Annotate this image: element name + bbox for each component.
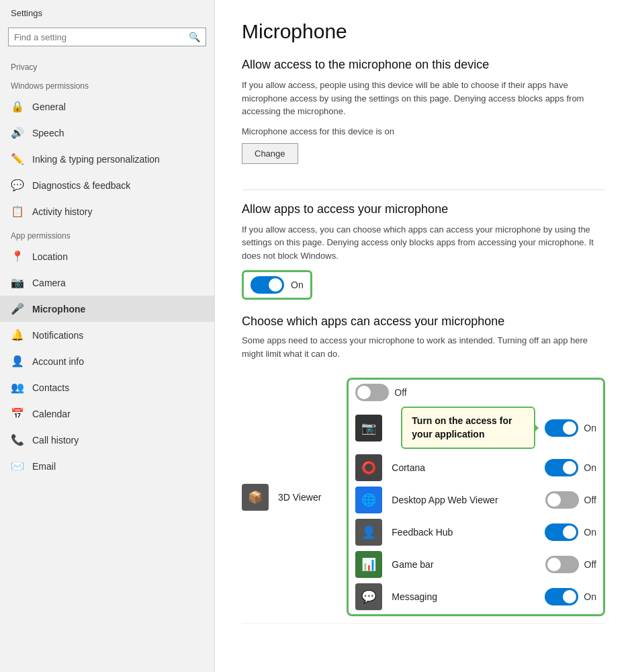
sidebar-item-speech[interactable]: 🔊 Speech: [0, 120, 214, 146]
sidebar-item-label: Call history: [32, 435, 79, 446]
windows-permissions-label: Windows permissions: [0, 75, 214, 93]
toggle-thumb: [563, 421, 576, 435]
app-toggle-label-3dviewer: Off: [394, 387, 406, 398]
app-toggles-highlighted: Off 📷 Turn on the access for your applic…: [347, 378, 605, 616]
app-toggle-label-messaging: On: [584, 591, 596, 602]
app-permissions-label: App permissions: [0, 224, 214, 243]
sidebar-item-location[interactable]: 📍 Location: [0, 243, 214, 269]
3dviewer-icon: 📦: [248, 490, 263, 505]
app-toggle-feedbackhub[interactable]: [545, 523, 578, 541]
inking-icon: ✏️: [11, 153, 24, 165]
app-toggle-desktopwebviewer[interactable]: [545, 491, 579, 509]
sidebar-item-label: Speech: [32, 128, 64, 138]
apps-toggle-highlighted[interactable]: On: [242, 270, 312, 300]
app-toggle-messaging[interactable]: [545, 588, 578, 605]
device-section: Allow access to the microphone on this d…: [242, 58, 605, 183]
app-toggle-area-feedbackhub: On: [545, 523, 596, 541]
location-icon: 📍: [11, 250, 24, 263]
app-permissions-nav: 📍 Location 📷 Camera 🎤 Microphone 🔔 Notif…: [0, 243, 214, 479]
app-toggle-label-feedbackhub: On: [584, 527, 596, 538]
app-toggle-area-cortana: On: [545, 459, 596, 476]
search-box[interactable]: 🔍: [8, 28, 206, 46]
sidebar-item-diagnostics[interactable]: 💬 Diagnostics & feedback: [0, 172, 214, 198]
apps-section: Allow apps to access your microphone If …: [242, 202, 605, 315]
apps-toggle-label: On: [291, 280, 304, 290]
sidebar-item-microphone[interactable]: 🎤 Microphone: [0, 296, 214, 322]
app-row-feedbackhub-inner: 👤 Feedback Hub On: [355, 513, 596, 546]
camera-app-icon: 📷: [361, 421, 376, 435]
app-toggle-label-desktopwebviewer: Off: [584, 495, 596, 505]
microphone-icon: 🎤: [11, 302, 24, 315]
sidebar-item-label: Inking & typing personalization: [32, 154, 160, 165]
sidebar-item-calendar[interactable]: 📅 Calendar: [0, 401, 214, 427]
app-toggle-area-3dviewer: Off: [355, 384, 596, 401]
app-icon-cortana: ⭕: [355, 454, 382, 481]
app-name-3dviewer: 3D Viewer: [278, 492, 347, 503]
app-toggle-label-gamebar: Off: [584, 559, 596, 570]
feedbackhub-icon: 👤: [361, 525, 376, 540]
contacts-icon: 👥: [11, 381, 24, 394]
app-icon-camera: 📷: [355, 415, 382, 442]
app-toggle-camera[interactable]: [545, 419, 578, 437]
app-toggle-area-gamebar: Off: [545, 556, 596, 573]
app-row-gamebar-inner: 📊 Game bar Off: [355, 546, 596, 578]
app-title: Settings: [0, 0, 214, 24]
app-list: 📦 3D Viewer Off 📷: [242, 371, 605, 624]
app-toggle-label-cortana: On: [584, 462, 596, 473]
main-content: Microphone Allow access to the microphon…: [215, 0, 632, 672]
app-toggle-area-camera: On: [545, 419, 596, 437]
activity-icon: 📋: [11, 205, 24, 218]
sidebar-item-label: Notifications: [32, 330, 83, 341]
section-divider: [242, 190, 605, 190]
choose-section: Choose which apps can access your microp…: [242, 314, 605, 624]
sidebar-item-label: Activity history: [32, 206, 92, 217]
choose-heading: Choose which apps can access your microp…: [242, 314, 605, 329]
sidebar-item-label: Contacts: [32, 382, 69, 393]
sidebar-item-activity[interactable]: 📋 Activity history: [0, 198, 214, 224]
app-name-messaging: Messaging: [392, 591, 545, 602]
cortana-icon: ⭕: [361, 460, 376, 475]
toggle-thumb: [563, 461, 576, 474]
sidebar-item-notifications[interactable]: 🔔 Notifications: [0, 322, 214, 348]
sidebar-item-callhistory[interactable]: 📞 Call history: [0, 427, 214, 453]
change-button[interactable]: Change: [242, 143, 298, 164]
page-title: Microphone: [242, 20, 605, 43]
gamebar-icon: 📊: [361, 557, 376, 572]
sidebar-item-general[interactable]: 🔒 General: [0, 93, 214, 120]
sidebar-item-label: Calendar: [32, 409, 71, 419]
search-input[interactable]: [14, 32, 189, 42]
app-toggle-3dviewer[interactable]: [355, 384, 389, 401]
sidebar-item-label: General: [32, 101, 66, 112]
app-row-cortana-inner: ⭕ Cortana On: [355, 449, 596, 481]
app-name-desktopwebviewer: Desktop App Web Viewer: [392, 495, 545, 505]
account-icon: 👤: [11, 355, 24, 368]
app-toggle-area-desktopwebviewer: Off: [545, 491, 596, 509]
sidebar-item-label: Diagnostics & feedback: [32, 180, 130, 191]
toggle-thumb: [563, 526, 576, 539]
sidebar-item-inking[interactable]: ✏️ Inking & typing personalization: [0, 146, 214, 172]
app-toggle-cortana[interactable]: [545, 459, 578, 476]
apps-toggle[interactable]: [251, 276, 284, 294]
sidebar-item-contacts[interactable]: 👥 Contacts: [0, 374, 214, 401]
app-toggle-area-messaging: On: [545, 588, 596, 605]
sidebar-item-label: Camera: [32, 278, 66, 288]
app-icon-messaging: 💬: [355, 583, 382, 610]
sidebar-item-label: Account info: [32, 356, 84, 367]
sidebar-item-email[interactable]: ✉️ Email: [0, 453, 214, 479]
apps-toggle-thumb: [269, 278, 282, 292]
sidebar-item-label: Location: [32, 251, 68, 262]
apps-description: If you allow access, you can choose whic…: [242, 223, 605, 263]
sidebar-item-account[interactable]: 👤 Account info: [0, 348, 214, 374]
speech-icon: 🔊: [11, 126, 24, 139]
sidebar-item-camera[interactable]: 📷 Camera: [0, 269, 214, 296]
choose-description: Some apps need to access your microphone…: [242, 334, 605, 360]
app-name-cortana: Cortana: [392, 462, 545, 473]
search-icon: 🔍: [189, 32, 200, 42]
sidebar-item-label: Microphone: [32, 304, 85, 314]
camera-icon: 📷: [11, 276, 24, 289]
callout-row: Turn on the access for your application: [401, 407, 535, 449]
app-toggle-gamebar[interactable]: [545, 556, 579, 573]
callout-box: Turn on the access for your application: [401, 407, 535, 449]
apps-heading: Allow apps to access your microphone: [242, 202, 605, 216]
messaging-icon: 💬: [361, 589, 376, 604]
